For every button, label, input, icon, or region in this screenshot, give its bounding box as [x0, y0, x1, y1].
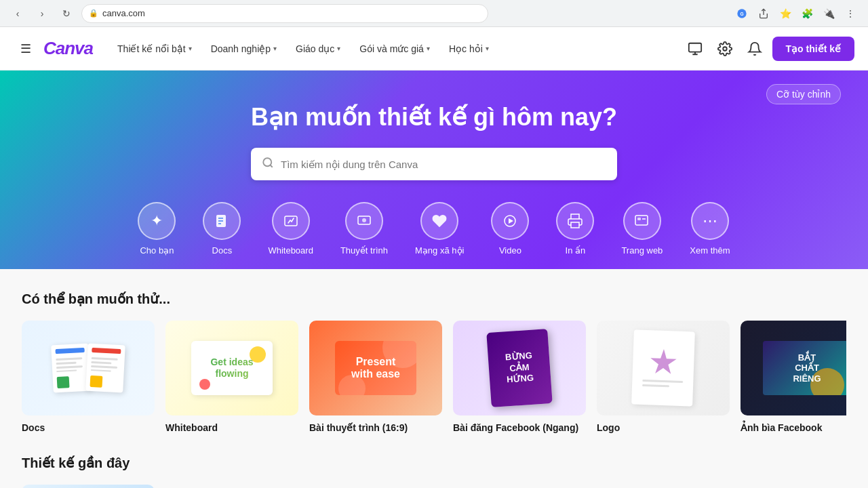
hero-icon-whiteboard[interactable]: Whiteboard	[268, 202, 313, 256]
presentation-card-text: Present with ease	[351, 356, 400, 380]
hero-section: Cỡ tùy chỉnh Bạn muốn thiết kế gì hôm na…	[0, 70, 868, 269]
card-fb-cover-label: Ảnh bìa Facebook	[741, 422, 846, 433]
social-media-icon	[420, 202, 458, 240]
main-content: Có thể bạn muốn thử...	[0, 269, 868, 488]
hero-title: Bạn muốn thiết kế gì hôm nay?	[27, 103, 841, 131]
print-icon	[556, 202, 594, 240]
logo-star-shape	[650, 348, 677, 376]
chevron-down-icon: ▾	[273, 45, 277, 52]
whiteboard-inner: Get ideas flowing	[191, 341, 273, 395]
nav-business[interactable]: Doanh nghiệp ▾	[203, 38, 285, 60]
browser-chrome: ‹ › ↻ 🔒 canva.com G ⭐ 🧩 🔌 ⋮	[0, 0, 868, 27]
card-logo-label: Logo	[597, 422, 730, 433]
hero-search-bar[interactable]	[251, 148, 617, 180]
chevron-down-icon: ▾	[189, 45, 192, 52]
svg-rect-2	[688, 43, 701, 52]
lock-icon: 🔒	[89, 9, 98, 18]
card-whiteboard-label: Whiteboard	[165, 422, 298, 433]
chevron-down-icon: ▾	[427, 45, 430, 52]
nav-featured[interactable]: Thiết kế nổi bật ▾	[109, 38, 200, 60]
whiteboard-icon	[272, 202, 310, 240]
fbcover-text: BẮT CHẤT RIÊNG	[793, 352, 821, 384]
back-button[interactable]: ‹	[8, 4, 27, 23]
fb-post-thumbnail: BỪNG CẢM HỨNG	[453, 321, 586, 415]
canva-logo[interactable]: Canva	[43, 38, 93, 59]
custom-size-button[interactable]: Cỡ tùy chỉnh	[766, 84, 841, 104]
svg-point-11	[362, 218, 366, 222]
svg-point-4	[263, 158, 271, 166]
web-icon	[623, 202, 661, 240]
card-docs-label: Docs	[22, 422, 155, 433]
hero-icon-docs[interactable]: Docs	[203, 202, 241, 256]
hamburger-button[interactable]: ☰	[14, 37, 38, 61]
nav-pricing[interactable]: Gói và mức giá ▾	[351, 38, 438, 60]
recent-thumbnail-1	[22, 485, 155, 488]
wb-decoration-2	[199, 379, 210, 390]
fbcover-inner: BẮT CHẤT RIÊNG	[763, 341, 846, 395]
docs-thumbnail	[22, 321, 155, 415]
share-icon[interactable]	[754, 4, 773, 23]
whiteboard-thumbnail: Get ideas flowing	[165, 321, 298, 415]
logo-inner	[631, 329, 695, 406]
presentation-thumbnail: Present with ease	[309, 321, 442, 415]
card-fb-post[interactable]: BỪNG CẢM HỨNG Bài đăng Facebook (Ngang)	[453, 321, 586, 433]
url-bar[interactable]: 🔒 canva.com	[81, 4, 488, 23]
hero-icon-cho-ban[interactable]: ✦ Cho bạn	[138, 202, 176, 256]
settings-icon[interactable]	[713, 37, 737, 61]
nav-learn[interactable]: Học hỏi ▾	[441, 38, 497, 60]
nav-education[interactable]: Giáo dục ▾	[288, 38, 349, 60]
recent-section: Thiết kế gần đây	[22, 455, 846, 488]
presentation-icon	[345, 202, 383, 240]
doc-card-2	[85, 344, 125, 393]
card-docs[interactable]: Docs	[22, 321, 155, 433]
fb-post-card: BỪNG CẢM HỨNG	[486, 329, 552, 407]
logo-line-1	[642, 380, 683, 383]
nav-right: Tạo thiết kế	[683, 37, 854, 61]
hero-icon-in-an[interactable]: In ấn	[556, 202, 594, 256]
chevron-down-icon: ▾	[486, 45, 489, 52]
svg-rect-15	[635, 216, 648, 225]
card-whiteboard[interactable]: Get ideas flowing Whiteboard	[165, 321, 298, 433]
hero-icon-row: ✦ Cho bạn Docs Whiteboard Thuyết trình	[27, 202, 841, 269]
suggestions-section: Có thể bạn muốn thử...	[22, 291, 846, 433]
recent-title: Thiết kế gần đây	[22, 455, 846, 471]
card-presentation[interactable]: Present with ease Bài thuyết trình (16:9…	[309, 321, 442, 433]
hero-icon-thuyet-trinh[interactable]: Thuyết trình	[340, 202, 388, 256]
svg-text:G: G	[740, 11, 743, 16]
doc-card-1	[51, 344, 91, 393]
extension2-icon[interactable]: 🔌	[819, 4, 838, 23]
forward-button[interactable]: ›	[33, 4, 52, 23]
video-icon	[491, 202, 529, 240]
chevron-down-icon: ▾	[337, 45, 340, 52]
hero-icon-xem-them[interactable]: ⋯ Xem thêm	[690, 202, 730, 256]
search-icon	[262, 157, 274, 172]
svg-point-3	[723, 47, 727, 51]
bell-icon[interactable]	[743, 37, 767, 61]
hero-icon-trang-web[interactable]: Trang web	[621, 202, 663, 256]
search-input[interactable]	[281, 159, 606, 170]
card-fb-post-label: Bài đăng Facebook (Ngang)	[453, 422, 586, 433]
logo-thumbnail	[597, 321, 730, 415]
card-presentation-label: Bài thuyết trình (16:9)	[309, 422, 442, 433]
card-logo[interactable]: Logo	[597, 321, 730, 433]
recent-card-1[interactable]	[22, 485, 155, 488]
create-design-button[interactable]: Tạo thiết kế	[772, 37, 854, 61]
nav-links: Thiết kế nổi bật ▾ Doanh nghiệp ▾ Giáo d…	[109, 38, 497, 60]
whiteboard-card-text: Get ideas flowing	[210, 357, 253, 380]
browser-extensions: G ⭐ 🧩 🔌 ⋮	[732, 4, 860, 23]
monitor-icon[interactable]	[683, 37, 707, 61]
refresh-button[interactable]: ↻	[57, 4, 76, 23]
bookmark-icon[interactable]: ⭐	[776, 4, 795, 23]
logo-line-2	[642, 384, 669, 387]
fb-cover-thumbnail: BẮT CHẤT RIÊNG	[741, 321, 846, 415]
more-icon: ⋯	[691, 202, 729, 240]
suggestions-title: Có thể bạn muốn thử...	[22, 291, 846, 307]
extension1-icon[interactable]: 🧩	[797, 4, 816, 23]
navbar: ☰ Canva Thiết kế nổi bật ▾ Doanh nghiệp …	[0, 27, 868, 70]
menu-icon[interactable]: ⋮	[841, 4, 860, 23]
hero-icon-video[interactable]: Video	[491, 202, 529, 256]
google-icon[interactable]: G	[732, 4, 751, 23]
hero-icon-mang-xa-hoi[interactable]: Mạng xã hội	[415, 202, 464, 256]
card-fb-cover[interactable]: BẮT CHẤT RIÊNG Ảnh bìa Facebook	[741, 321, 846, 433]
pres-inner: Present with ease	[335, 341, 416, 395]
